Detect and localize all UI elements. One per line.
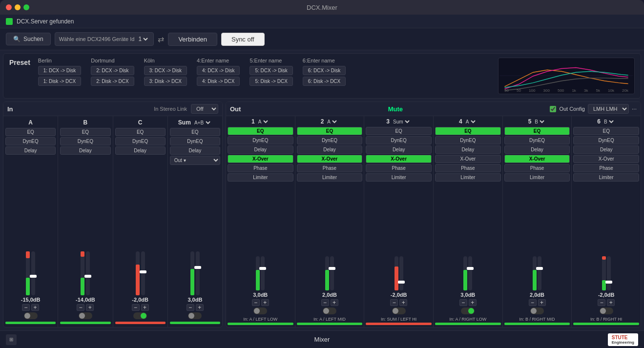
out-ch3-dyneq[interactable]: DynEQ	[366, 136, 432, 144]
in-ch-c-toggle[interactable]	[133, 312, 147, 319]
out-ch6-delay[interactable]: Delay	[573, 145, 639, 154]
out-ch3-toggle[interactable]	[392, 307, 406, 314]
out-ch2-minus[interactable]: −	[321, 299, 329, 306]
in-ch-a-delay[interactable]: Delay	[5, 146, 56, 155]
out-ch1-limiter[interactable]: Limiter	[228, 173, 293, 182]
out-ch1-xover[interactable]: X-Over	[228, 155, 293, 163]
in-ch-c-db-minus[interactable]: −	[132, 304, 140, 311]
close-button[interactable]	[6, 4, 12, 10]
preset-0-disk-dcx[interactable]: 1: Disk -> DCX	[38, 77, 81, 86]
stereo-link-select[interactable]: OffA+B	[191, 104, 218, 114]
out-ch1-minus[interactable]: −	[252, 299, 260, 306]
out-ch2-eq[interactable]: EQ	[297, 127, 363, 135]
in-ch-sum-out[interactable]: Out ▾	[170, 156, 220, 165]
out-ch6-eq[interactable]: EQ	[573, 127, 639, 135]
in-ch-c-delay[interactable]: Delay	[115, 146, 166, 155]
out-ch6-fader-track[interactable]	[607, 256, 611, 290]
sync-arrows-icon[interactable]: ⇄	[158, 35, 164, 44]
preset-1-disk-dcx[interactable]: 2: Disk -> DCX	[91, 77, 134, 86]
in-ch-b-dyneq[interactable]: DynEQ	[60, 137, 110, 145]
out-ch4-toggle[interactable]	[461, 307, 475, 314]
in-ch-c-fader-track[interactable]	[141, 251, 145, 295]
out-ch2-dyneq[interactable]: DynEQ	[297, 136, 363, 144]
in-ch-sum-delay[interactable]: Delay	[170, 146, 220, 155]
out-ch4-minus[interactable]: −	[459, 299, 467, 306]
out-ch2-phase[interactable]: Phase	[297, 164, 363, 172]
in-ch-a-eq[interactable]: EQ	[5, 128, 56, 136]
in-ch-sum-dyneq[interactable]: DynEQ	[170, 137, 220, 145]
out-ch3-select[interactable]: SumA	[391, 119, 411, 125]
in-ch-c-db-plus[interactable]: +	[141, 304, 149, 311]
out-ch3-fader-track[interactable]	[399, 256, 403, 290]
out-ch2-select[interactable]: AB	[325, 119, 338, 125]
out-ch1-fader-track[interactable]	[261, 256, 265, 290]
mute-button[interactable]: Mute	[388, 105, 403, 113]
out-ch4-plus[interactable]: +	[469, 299, 477, 306]
in-ch-b-db-plus[interactable]: +	[86, 304, 94, 311]
out-ch4-select[interactable]: AB	[464, 119, 477, 125]
out-config-more[interactable]: ···	[632, 105, 637, 112]
out-ch5-fader-track[interactable]	[538, 256, 541, 290]
in-ch-sum-fader-track[interactable]	[196, 251, 200, 295]
in-ch-c-eq[interactable]: EQ	[115, 128, 166, 136]
search-button[interactable]: 🔍 Suchen	[6, 33, 51, 45]
out-ch1-eq[interactable]: EQ	[228, 127, 293, 135]
out-ch3-limiter[interactable]: Limiter	[366, 173, 432, 182]
out-ch3-minus[interactable]: −	[390, 299, 398, 306]
preset-0-dcx-disk[interactable]: 1: DCX -> Disk	[38, 66, 81, 75]
out-ch5-eq[interactable]: EQ	[504, 127, 570, 135]
out-ch5-delay[interactable]: Delay	[504, 145, 570, 154]
in-ch-a-toggle[interactable]	[24, 312, 38, 319]
in-ch-sum-db-plus[interactable]: +	[196, 304, 204, 311]
preset-3-dcx-disk[interactable]: 4: DCX -> Disk	[197, 66, 240, 75]
out-ch6-toggle[interactable]	[600, 307, 613, 314]
out-ch4-xover[interactable]: X-Over	[435, 155, 501, 163]
in-ch-sum-eq[interactable]: EQ	[170, 128, 220, 136]
connect-button[interactable]: Verbinden	[168, 33, 217, 46]
out-ch2-fader-track[interactable]	[330, 256, 334, 290]
out-ch5-phase[interactable]: Phase	[504, 164, 570, 172]
out-ch5-limiter[interactable]: Limiter	[504, 173, 570, 182]
out-ch3-eq[interactable]: EQ	[366, 127, 432, 135]
out-ch5-minus[interactable]: −	[529, 299, 537, 306]
out-ch2-toggle[interactable]	[323, 307, 336, 314]
in-ch-a-db-minus[interactable]: −	[22, 304, 30, 311]
out-ch6-dyneq[interactable]: DynEQ	[573, 136, 639, 144]
in-ch-a-dyneq[interactable]: DynEQ	[5, 137, 56, 145]
in-ch-sum-select[interactable]: A+BA+CB+C	[192, 120, 212, 126]
out-ch5-xover[interactable]: X-Over	[504, 155, 570, 163]
out-ch6-select[interactable]: BA	[602, 119, 615, 125]
preset-5-disk-dcx[interactable]: 6: Disk -> DCX	[303, 77, 346, 86]
out-ch5-plus[interactable]: +	[538, 299, 546, 306]
out-ch4-eq[interactable]: EQ	[435, 127, 501, 135]
out-ch1-toggle[interactable]	[253, 307, 267, 314]
out-ch4-dyneq[interactable]: DynEQ	[435, 136, 501, 144]
out-ch5-dyneq[interactable]: DynEQ	[504, 136, 570, 144]
syncoff-button[interactable]: Sync off	[221, 33, 265, 46]
out-ch4-limiter[interactable]: Limiter	[435, 173, 501, 182]
out-ch1-dyneq[interactable]: DynEQ	[228, 136, 293, 144]
out-ch2-delay[interactable]: Delay	[297, 145, 363, 154]
preset-4-disk-dcx[interactable]: 5: Disk -> DCX	[249, 77, 292, 86]
out-ch3-phase[interactable]: Phase	[366, 164, 432, 172]
maximize-button[interactable]	[23, 4, 29, 10]
device-id-select[interactable]: 1 2 3	[136, 35, 149, 43]
preset-2-disk-dcx[interactable]: 3: Disk -> DCX	[144, 77, 187, 86]
out-ch2-xover[interactable]: X-Over	[297, 155, 363, 163]
out-ch1-phase[interactable]: Phase	[228, 164, 293, 172]
minimize-button[interactable]	[15, 4, 21, 10]
preset-1-dcx-disk[interactable]: 2: DCX -> Disk	[91, 66, 134, 75]
out-ch5-select[interactable]: BA	[533, 119, 546, 125]
in-ch-c-dyneq[interactable]: DynEQ	[115, 137, 166, 145]
in-ch-b-fader-track[interactable]	[86, 251, 90, 295]
preset-3-disk-dcx[interactable]: 4: Disk -> DCX	[197, 77, 240, 86]
out-ch6-phase[interactable]: Phase	[573, 164, 639, 172]
in-ch-b-db-minus[interactable]: −	[77, 304, 84, 311]
preset-2-dcx-disk[interactable]: 3: DCX -> Disk	[144, 66, 187, 75]
out-ch6-limiter[interactable]: Limiter	[573, 173, 639, 182]
out-ch5-toggle[interactable]	[530, 307, 544, 314]
out-ch6-plus[interactable]: +	[607, 299, 615, 306]
out-ch1-select[interactable]: AB	[256, 119, 270, 125]
out-config-checkbox[interactable]	[550, 106, 556, 112]
in-ch-b-eq[interactable]: EQ	[60, 128, 110, 136]
